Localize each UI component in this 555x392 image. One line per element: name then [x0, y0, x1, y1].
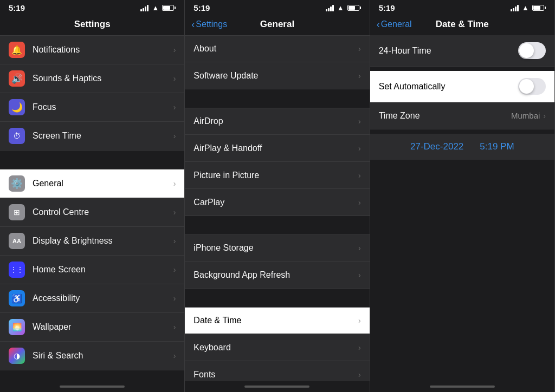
software-label: Software Update	[193, 71, 358, 81]
back-label: Settings	[196, 19, 227, 29]
signal-icon-3	[511, 5, 519, 11]
wifi-icon-2: ▲	[337, 4, 344, 12]
control-icon: ⊞	[9, 204, 25, 220]
battery-icon-2	[347, 5, 361, 11]
chevron-icon: ›	[358, 198, 361, 207]
status-time-2: 5:19	[193, 3, 210, 12]
settings-list-1: 🔔 Notifications › 🔊 Sounds & Haptics › 🌙…	[0, 35, 184, 381]
sidebar-item-wallpaper[interactable]: 🌅 Wallpaper ›	[0, 313, 184, 342]
about-item[interactable]: About ›	[185, 35, 369, 62]
display-icon: AA	[9, 233, 25, 249]
software-update-item[interactable]: Software Update ›	[185, 62, 369, 89]
general-group-1: About › Software Update ›	[185, 35, 369, 89]
dt-spacer-2	[370, 129, 554, 134]
home-indicator-2	[185, 381, 369, 392]
timezone-row[interactable]: Time Zone Mumbai ›	[370, 102, 554, 129]
24hour-label: 24-Hour Time	[379, 46, 518, 56]
control-label: Control Centre	[33, 207, 173, 217]
homescreen-icon: ⋮⋮	[9, 262, 25, 278]
chevron-icon: ›	[173, 132, 176, 140]
chevron-icon: ›	[358, 117, 361, 126]
pip-item[interactable]: Picture in Picture ›	[185, 162, 369, 189]
status-time-3: 5:19	[379, 3, 395, 12]
date-value[interactable]: 27-Dec-2022	[410, 141, 463, 152]
sidebar-item-notifications[interactable]: 🔔 Notifications ›	[0, 35, 184, 64]
battery-icon	[162, 5, 176, 11]
panel2-title: General	[260, 19, 294, 30]
screentime-icon: ⏱	[9, 128, 25, 144]
sidebar-item-screentime[interactable]: ⏱ Screen Time ›	[0, 122, 184, 151]
group-spacer	[0, 151, 184, 169]
chevron-icon: ›	[358, 370, 361, 379]
toggle-knob	[519, 43, 534, 58]
chevron-icon: ›	[173, 179, 176, 188]
wallpaper-label: Wallpaper	[33, 322, 173, 332]
24hour-toggle[interactable]	[518, 42, 546, 59]
nav-bar-2: ‹ Settings General	[185, 15, 369, 35]
general-list: About › Software Update › AirDrop › AirP…	[185, 35, 369, 381]
time-value[interactable]: 5:19 PM	[480, 141, 514, 152]
status-icons-2: ▲	[326, 4, 361, 12]
back-to-general[interactable]: ‹ General	[377, 19, 412, 29]
date-time-item[interactable]: Date & Time ›	[185, 307, 369, 334]
general-panel: 5:19 ▲ ‹ Settings General About ›	[185, 0, 370, 392]
wifi-icon-3: ▲	[522, 4, 529, 12]
sidebar-item-focus[interactable]: 🌙 Focus ›	[0, 93, 184, 122]
set-auto-label: Set Automatically	[379, 82, 518, 92]
sidebar-item-general[interactable]: ⚙️ General ›	[0, 169, 184, 198]
siri-icon: ◑	[9, 348, 25, 364]
chevron-icon: ›	[173, 323, 176, 331]
set-auto-toggle[interactable]	[518, 78, 546, 95]
24hour-row: 24-Hour Time	[370, 35, 554, 67]
status-time-1: 5:19	[9, 3, 25, 12]
airdrop-item[interactable]: AirDrop ›	[185, 108, 369, 135]
screentime-label: Screen Time	[33, 131, 173, 141]
timezone-value: Mumbai	[511, 111, 540, 120]
general-spacer-1	[185, 89, 369, 108]
chevron-icon: ›	[358, 44, 361, 53]
chevron-icon: ›	[358, 271, 361, 279]
bg-refresh-item[interactable]: Background App Refresh ›	[185, 262, 369, 289]
home-bar	[60, 386, 125, 388]
chevron-icon: ›	[173, 103, 176, 112]
focus-icon: 🌙	[9, 99, 25, 115]
date-time-label: Date & Time	[193, 316, 358, 325]
chevron-icon: ›	[173, 294, 176, 303]
chevron-icon: ›	[358, 171, 361, 180]
sidebar-item-siri[interactable]: ◑ Siri & Search ›	[0, 342, 184, 370]
sidebar-item-sounds[interactable]: 🔊 Sounds & Haptics ›	[0, 64, 184, 93]
general-group-2: AirDrop › AirPlay & Handoff › Picture in…	[185, 108, 369, 216]
storage-item[interactable]: iPhone Storage ›	[185, 234, 369, 262]
sidebar-item-accessibility[interactable]: ♿ Accessibility ›	[0, 284, 184, 313]
keyboard-item[interactable]: Keyboard ›	[185, 334, 369, 361]
fonts-label: Fonts	[193, 370, 358, 380]
carplay-item[interactable]: CarPlay ›	[185, 189, 369, 216]
back-chevron: ‹	[191, 19, 195, 29]
sidebar-item-homescreen[interactable]: ⋮⋮ Home Screen ›	[0, 256, 184, 284]
chevron-icon: ›	[173, 74, 176, 83]
signal-icon	[140, 5, 149, 11]
dt-spacer	[370, 67, 554, 71]
settings-group-1: 🔔 Notifications › 🔊 Sounds & Haptics › 🌙…	[0, 35, 184, 151]
back-to-settings[interactable]: ‹ Settings	[191, 19, 227, 29]
wallpaper-icon: 🌅	[9, 319, 25, 335]
airplay-item[interactable]: AirPlay & Handoff ›	[185, 135, 369, 162]
fonts-item[interactable]: Fonts ›	[185, 361, 369, 381]
nav-bar-3: ‹ General Date & Time	[370, 15, 554, 35]
panel3-title: Date & Time	[436, 19, 489, 30]
sidebar-item-control[interactable]: ⊞ Control Centre ›	[0, 198, 184, 227]
dt-value-group: 27-Dec-2022 5:19 PM	[370, 134, 554, 160]
sounds-label: Sounds & Haptics	[33, 74, 173, 83]
home-bar-3	[430, 386, 495, 388]
homescreen-label: Home Screen	[33, 265, 173, 275]
datetime-list: 24-Hour Time Set Automatically Time Zone…	[370, 35, 554, 381]
general-label: General	[33, 179, 173, 188]
chevron-icon: ›	[173, 237, 176, 245]
status-icons-1: ▲	[140, 4, 176, 12]
accessibility-label: Accessibility	[33, 293, 173, 303]
chevron-icon: ›	[358, 244, 361, 252]
focus-label: Focus	[33, 102, 173, 112]
bg-refresh-label: Background App Refresh	[193, 270, 358, 280]
status-bar-1: 5:19 ▲	[0, 0, 184, 15]
sidebar-item-display[interactable]: AA Display & Brightness ›	[0, 227, 184, 256]
